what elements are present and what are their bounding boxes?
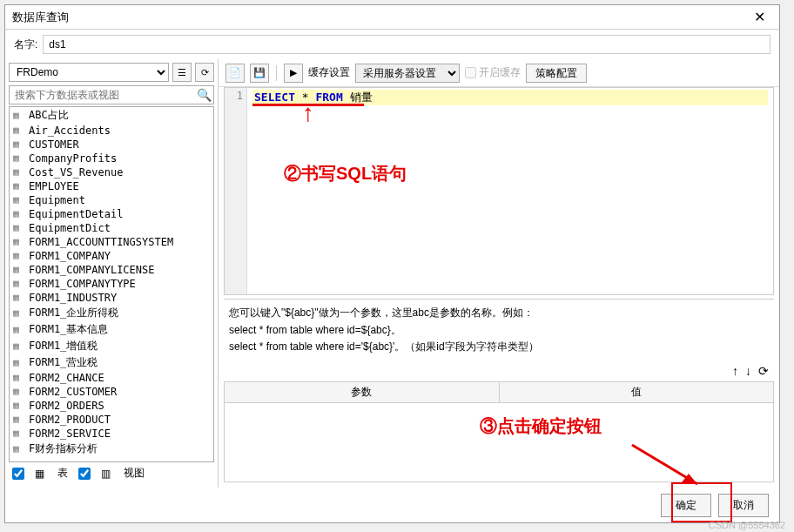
table-item[interactable]: ▦FORM2_CHANCE bbox=[10, 371, 213, 385]
dialog-body: FRDemo ☰ ⟳ 🔍 ▦ABC占比▦Air_Accidents▦CUSTOM… bbox=[5, 59, 779, 488]
table-row-icon: ▦ bbox=[13, 152, 25, 165]
move-up-icon[interactable]: ↑ bbox=[732, 364, 738, 378]
table-item[interactable]: ▦EquipmentDict bbox=[10, 221, 213, 235]
table-row-icon: ▦ bbox=[13, 166, 25, 178]
save-icon[interactable]: 💾 bbox=[250, 64, 269, 83]
table-row-icon: ▦ bbox=[13, 443, 25, 455]
hint-line-1: 您可以键入"${abc}"做为一个参数，这里abc是参数的名称。例如： bbox=[229, 305, 769, 321]
table-row-icon: ▦ bbox=[13, 236, 25, 248]
table-item[interactable]: ▦F财务指标分析 bbox=[10, 441, 213, 457]
toolbar-sep bbox=[276, 65, 277, 81]
cache-select[interactable]: 采用服务器设置 bbox=[355, 64, 460, 83]
table-item-label: EquipmentDetail bbox=[29, 208, 123, 220]
move-down-icon[interactable]: ↓ bbox=[745, 364, 751, 378]
table-row-icon: ▦ bbox=[13, 400, 25, 412]
table-item[interactable]: ▦FORM1_ACCOUNTTINGSYSTEM bbox=[10, 235, 213, 249]
table-item[interactable]: ▦EMPLOYEE bbox=[10, 179, 213, 193]
db-tree-icon[interactable]: ☰ bbox=[172, 63, 192, 82]
enable-cache-checkbox: 开启缓存 bbox=[465, 65, 521, 80]
table-row-icon: ▦ bbox=[13, 324, 25, 336]
param-header: 参数 值 bbox=[225, 382, 773, 403]
view-checkbox[interactable] bbox=[78, 468, 91, 480]
table-item[interactable]: ▦FORM2_PRODUCT bbox=[10, 413, 213, 427]
table-row-icon: ▦ bbox=[13, 357, 25, 369]
table-list[interactable]: ▦ABC占比▦Air_Accidents▦CUSTOMER▦CompanyPro… bbox=[9, 106, 214, 462]
table-item-label: FORM1_INDUSTRY bbox=[29, 292, 117, 304]
table-item[interactable]: ▦CompanyProfits bbox=[10, 152, 213, 165]
table-item-label: F财务指标分析 bbox=[29, 441, 98, 456]
table-item[interactable]: ▦FORM1_营业税 bbox=[10, 354, 213, 371]
view-icon: ▥ bbox=[101, 468, 113, 480]
table-item[interactable]: ▦Air_Accidents bbox=[10, 124, 213, 138]
table-item[interactable]: ▦EquipmentDetail bbox=[10, 207, 213, 221]
table-row-icon: ▦ bbox=[13, 292, 25, 304]
table-item[interactable]: ▦FORM1_增值税 bbox=[10, 338, 213, 354]
table-item-label: Cost_VS_Revenue bbox=[29, 166, 123, 178]
param-col-value: 值 bbox=[500, 382, 774, 402]
dialog-title: 数据库查询 bbox=[12, 10, 69, 25]
preview-icon[interactable]: ▶ bbox=[284, 64, 303, 83]
search-row: 🔍 bbox=[9, 85, 214, 104]
search-input[interactable] bbox=[10, 86, 194, 104]
table-row-icon: ▦ bbox=[13, 340, 25, 353]
db-select-row: FRDemo ☰ ⟳ bbox=[9, 63, 214, 82]
sql-toolbar: 📄 💾 ▶ 缓存设置 采用服务器设置 开启缓存 策略配置 bbox=[219, 59, 779, 87]
strategy-button[interactable]: 策略配置 bbox=[526, 64, 587, 83]
table-item[interactable]: ▦FORM1_COMPANYTYPE bbox=[10, 277, 213, 291]
table-item[interactable]: ▦Equipment bbox=[10, 193, 213, 207]
table-item-label: FORM1_基本信息 bbox=[29, 322, 108, 337]
table-item[interactable]: ▦CUSTOMER bbox=[10, 138, 213, 152]
table-item-label: CompanyProfits bbox=[29, 152, 117, 165]
table-item[interactable]: ▦FORM1_COMPANY bbox=[10, 249, 213, 263]
table-item-label: FORM2_ORDERS bbox=[29, 400, 104, 412]
hint-line-2: select * from table where id=${abc}。 bbox=[229, 322, 769, 339]
dialog-footer: 确定 取消 bbox=[661, 494, 769, 517]
table-row-icon: ▦ bbox=[13, 180, 25, 192]
annotation-arrow-1: ↑ bbox=[302, 99, 314, 127]
enable-cache-input bbox=[465, 67, 476, 78]
table-row-icon: ▦ bbox=[13, 208, 25, 220]
table-item[interactable]: ▦FORM2_CUSTOMER bbox=[10, 385, 213, 399]
left-panel: FRDemo ☰ ⟳ 🔍 ▦ABC占比▦Air_Accidents▦CUSTOM… bbox=[5, 59, 219, 488]
db-select[interactable]: FRDemo bbox=[9, 63, 169, 82]
table-row-icon: ▦ bbox=[13, 125, 25, 137]
table-icon: ▦ bbox=[35, 468, 47, 480]
sql-text[interactable]: SELECT * FROM 销量 bbox=[247, 88, 773, 294]
annotation-text-1: ②书写SQL语句 bbox=[284, 162, 407, 185]
table-row-icon: ▦ bbox=[13, 414, 25, 426]
param-col-name: 参数 bbox=[225, 382, 500, 402]
table-item-label: FORM2_PRODUCT bbox=[29, 414, 111, 426]
cancel-button[interactable]: 取消 bbox=[718, 494, 769, 517]
filter-table-label: 表 bbox=[57, 466, 68, 481]
table-item[interactable]: ▦FORM1_基本信息 bbox=[10, 321, 213, 338]
table-item[interactable]: ▦FORM1_COMPANYLICENSE bbox=[10, 263, 213, 277]
refresh-icon[interactable]: ⟳ bbox=[195, 63, 214, 82]
table-item[interactable]: ▦FORM1_企业所得税 bbox=[10, 305, 213, 321]
filter-row: ▦ 表 ▥ 视图 bbox=[9, 462, 214, 484]
table-item[interactable]: ▦Cost_VS_Revenue bbox=[10, 165, 213, 179]
import-icon[interactable]: 📄 bbox=[225, 64, 245, 83]
annotation-arrow-2 bbox=[628, 441, 715, 493]
table-row-icon: ▦ bbox=[13, 307, 25, 320]
search-icon[interactable]: 🔍 bbox=[194, 88, 213, 102]
sql-from: FROM bbox=[315, 91, 342, 104]
table-item[interactable]: ▦ABC占比 bbox=[10, 107, 213, 124]
name-row: 名字: bbox=[5, 30, 779, 59]
hint-line-3: select * from table where id='${abc}'。（如… bbox=[229, 339, 769, 355]
table-item-label: EMPLOYEE bbox=[29, 180, 79, 192]
table-row-icon: ▦ bbox=[13, 138, 25, 151]
table-item[interactable]: ▦FORM2_SERVICE bbox=[10, 427, 213, 441]
table-row-icon: ▦ bbox=[13, 110, 25, 122]
param-refresh-icon[interactable]: ⟳ bbox=[758, 364, 769, 378]
table-item-label: FORM1_增值税 bbox=[29, 339, 98, 354]
ok-button[interactable]: 确定 bbox=[661, 494, 711, 517]
param-arrow-row: ↑ ↓ ⟳ bbox=[219, 360, 779, 381]
table-item-label: EquipmentDict bbox=[29, 222, 111, 234]
table-item-label: FORM1_COMPANY bbox=[29, 250, 111, 262]
table-item[interactable]: ▦FORM1_INDUSTRY bbox=[10, 291, 213, 305]
table-item[interactable]: ▦FORM2_ORDERS bbox=[10, 399, 213, 413]
table-checkbox[interactable] bbox=[12, 468, 24, 480]
close-button[interactable]: ✕ bbox=[746, 9, 772, 25]
table-item-label: FORM1_COMPANYTYPE bbox=[29, 278, 136, 290]
dataset-name-input[interactable] bbox=[43, 35, 770, 54]
